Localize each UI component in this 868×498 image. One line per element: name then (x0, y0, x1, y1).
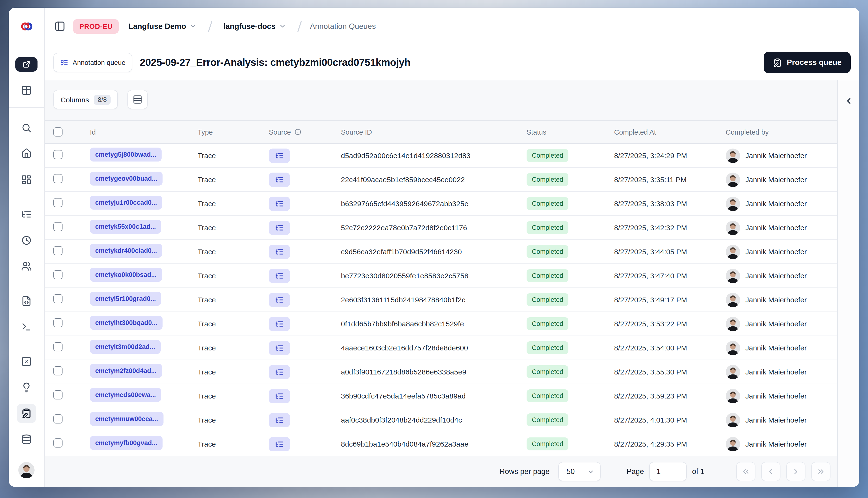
annotation-queue-type-label: Annotation queue (73, 58, 126, 66)
column-header-id[interactable]: Id (90, 128, 198, 136)
column-header-source[interactable]: Source (269, 128, 341, 136)
row-id-link[interactable]: cmetyg5j800bwad... (90, 147, 161, 161)
row-checkbox[interactable] (53, 246, 63, 255)
row-type: Trace (198, 440, 269, 448)
sidebar-item-insights[interactable] (21, 382, 32, 393)
table-row[interactable]: cmetyg5j800bwad... Trace d5ad9d52a00c6e1… (45, 144, 837, 168)
collapse-panel-button[interactable] (841, 91, 856, 110)
sidebar-item-search[interactable] (21, 122, 32, 133)
table-row[interactable]: cmetylt3m00d2ad... Trace 4aaece1603cb2e1… (45, 336, 837, 360)
column-header-completed-at[interactable]: Completed At (614, 128, 726, 136)
sidebar-item-datasets[interactable] (21, 434, 32, 445)
terminal-icon (21, 322, 32, 332)
column-header-completed-by[interactable]: Completed by (726, 128, 837, 136)
sidebar-item-tables[interactable] (21, 85, 32, 96)
home-icon (21, 148, 32, 159)
next-page-button[interactable] (786, 462, 805, 481)
row-source-trace-button[interactable] (269, 316, 290, 331)
clipboard-pen-icon (21, 408, 32, 419)
row-source-trace-button[interactable] (269, 172, 290, 187)
row-id-link[interactable]: cmetyju1r00ccad0... (90, 196, 162, 210)
table-row[interactable]: cmetyju1r00ccad0... Trace b63297665cfd44… (45, 192, 837, 216)
table-row[interactable]: cmetykdr400ciad0... Trace c9d56ca32efaff… (45, 240, 837, 264)
row-source-trace-button[interactable] (269, 196, 290, 211)
row-checkbox[interactable] (53, 294, 63, 303)
row-status-badge: Completed (527, 245, 569, 258)
pagination-footer: Rows per page 50 Page of 1 (45, 456, 837, 487)
row-id-link[interactable]: cmetyko0k00bsad... (90, 268, 162, 282)
table-row[interactable]: cmetymmuw00cea... Trace aaf0c38db0f3f204… (45, 408, 837, 432)
breadcrumb-project-selector[interactable]: langfuse-docs (220, 22, 289, 31)
column-header-type[interactable]: Type (198, 128, 269, 136)
row-height-button[interactable] (127, 90, 148, 109)
sidebar-item-annotation-queues[interactable] (17, 404, 36, 423)
sidebar-item-prompts[interactable] (21, 296, 32, 306)
column-header-source-id[interactable]: Source ID (341, 128, 527, 136)
page-number-input[interactable] (649, 462, 687, 481)
row-source-trace-button[interactable] (269, 389, 290, 403)
row-checkbox[interactable] (53, 390, 63, 399)
chevrons-left-icon (741, 467, 750, 476)
row-source-trace-button[interactable] (269, 413, 290, 427)
sidebar-item-dashboards[interactable] (21, 174, 32, 185)
process-queue-button[interactable]: Process queue (764, 52, 851, 73)
breadcrumb-org-selector[interactable]: Langfuse Demo (126, 22, 199, 31)
row-checkbox[interactable] (53, 270, 63, 279)
table-row[interactable]: cmetymeds00cwa... Trace 36b90cdfc47e5da1… (45, 384, 837, 408)
row-id-link[interactable]: cmetymyfb00gvad... (90, 436, 163, 450)
table-row[interactable]: cmetym2fz00d4ad... Trace a0df3f901167218… (45, 360, 837, 384)
sidebar-item-playground[interactable] (21, 322, 32, 332)
sidebar-item-open-project[interactable] (15, 57, 38, 71)
sidebar-user-avatar[interactable] (18, 462, 35, 478)
last-page-button[interactable] (811, 462, 830, 481)
sidebar-item-sessions[interactable] (21, 235, 32, 246)
table-row[interactable]: cmetyk55x00c1ad... Trace 52c72c2222ea78e… (45, 216, 837, 240)
row-checkbox[interactable] (53, 366, 63, 376)
first-page-button[interactable] (736, 462, 755, 481)
row-checkbox[interactable] (53, 318, 63, 327)
row-id-link[interactable]: cmetylht300bqad0... (90, 316, 163, 330)
row-user-name: Jannik Maierhoefer (746, 368, 807, 376)
row-id-link[interactable]: cmetym2fz00d4ad... (90, 364, 162, 378)
sidebar-item-evaluation[interactable] (21, 356, 32, 367)
row-checkbox[interactable] (53, 438, 63, 447)
table-row[interactable]: cmetyl5r100grad0... Trace 2e603f31361115… (45, 288, 837, 312)
row-checkbox[interactable] (53, 150, 63, 159)
table-row[interactable]: cmetylht300bqad0... Trace 0f1dd65b7bb9bf… (45, 312, 837, 336)
row-source-trace-button[interactable] (269, 148, 290, 163)
row-source-trace-button[interactable] (269, 437, 290, 451)
row-completed-at: 8/27/2025, 3:54:00 PM (614, 344, 726, 352)
previous-page-button[interactable] (761, 462, 780, 481)
row-source-trace-button[interactable] (269, 245, 290, 259)
row-user-avatar (726, 292, 740, 307)
row-source-trace-button[interactable] (269, 341, 290, 355)
row-checkbox[interactable] (53, 342, 63, 351)
table-row[interactable]: cmetyko0k00bsad... Trace be7723e30d80205… (45, 264, 837, 288)
select-all-checkbox[interactable] (53, 127, 63, 136)
row-checkbox[interactable] (53, 174, 63, 183)
row-id-link[interactable]: cmetyk55x00c1ad... (90, 220, 161, 234)
row-checkbox[interactable] (53, 222, 63, 231)
row-id-link[interactable]: cmetymeds00cwa... (90, 388, 161, 402)
row-source-trace-button[interactable] (269, 268, 290, 283)
row-type: Trace (198, 199, 269, 208)
row-id-link[interactable]: cmetygeov00buad... (90, 172, 163, 185)
sidebar-item-home[interactable] (21, 148, 32, 159)
sidebar-toggle-button[interactable] (53, 20, 66, 33)
columns-button[interactable]: Columns 8/8 (53, 90, 118, 109)
sidebar-item-traces[interactable] (21, 209, 32, 220)
column-header-status[interactable]: Status (527, 128, 614, 136)
row-id-link[interactable]: cmetykdr400ciad0... (90, 244, 162, 258)
row-id-link[interactable]: cmetylt3m00d2ad... (90, 340, 160, 354)
row-source-trace-button[interactable] (269, 365, 290, 379)
row-checkbox[interactable] (53, 198, 63, 207)
row-id-link[interactable]: cmetymmuw00cea... (90, 412, 163, 426)
sidebar-item-users[interactable] (21, 261, 32, 272)
row-id-link[interactable]: cmetyl5r100grad0... (90, 292, 161, 306)
table-row[interactable]: cmetygeov00buad... Trace 22c41f09acae5b1… (45, 168, 837, 192)
row-source-trace-button[interactable] (269, 292, 290, 307)
row-source-trace-button[interactable] (269, 220, 290, 235)
rows-per-page-select[interactable]: 50 (558, 462, 601, 481)
table-row[interactable]: cmetymyfb00gvad... Trace 8dc69b1ba1e540b… (45, 432, 837, 456)
row-checkbox[interactable] (53, 414, 63, 423)
